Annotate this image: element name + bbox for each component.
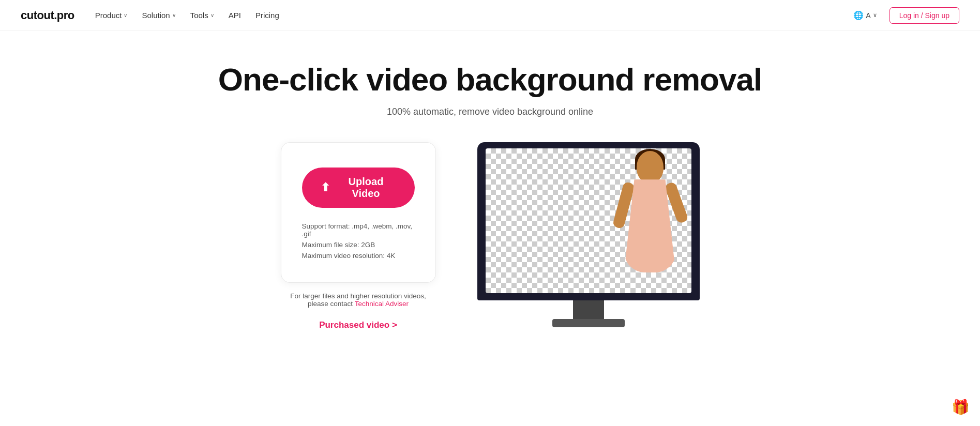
lang-icon: 🌐 <box>853 10 864 20</box>
tools-label: Tools <box>190 11 208 20</box>
navbar: cutout.pro Product ∨ Solution ∨ Tools ∨ … <box>0 0 980 31</box>
solution-chevron-icon: ∨ <box>172 12 176 18</box>
monitor-screen-outer <box>477 142 700 300</box>
head <box>637 151 664 183</box>
nav-right: 🌐 A ∨ Log in / Sign up <box>849 7 959 24</box>
nav-item-product[interactable]: Product ∨ <box>95 11 128 20</box>
hero-subtitle: 100% automatic, remove video background … <box>387 106 593 117</box>
tools-chevron-icon: ∨ <box>210 12 214 18</box>
left-section: ⬆ Upload Video Support format: .mp4, .we… <box>281 142 436 330</box>
person-figure <box>609 151 691 293</box>
login-button[interactable]: Log in / Sign up <box>889 7 959 24</box>
nav-item-tools[interactable]: Tools ∨ <box>190 11 214 20</box>
upload-button-label: Upload Video <box>336 176 396 200</box>
nav-item-api[interactable]: API <box>229 11 241 20</box>
monitor <box>477 142 700 327</box>
upload-video-button[interactable]: ⬆ Upload Video <box>302 168 415 208</box>
solution-label: Solution <box>142 11 170 20</box>
api-label: API <box>229 11 241 20</box>
purchased-video-link[interactable]: Purchased video > <box>319 320 397 330</box>
monitor-preview <box>477 142 700 327</box>
nav-item-solution[interactable]: Solution ∨ <box>142 11 175 20</box>
site-logo[interactable]: cutout.pro <box>21 9 74 22</box>
lang-label: A <box>866 11 870 20</box>
upload-card: ⬆ Upload Video Support format: .mp4, .we… <box>281 142 436 283</box>
monitor-stand-base <box>552 319 625 327</box>
technical-adviser-link[interactable]: Technical Adviser <box>355 300 409 308</box>
main-content: One-click video background removal 100% … <box>0 31 980 330</box>
size-info: Maximum file size: 2GB <box>302 241 415 249</box>
lang-chevron-icon: ∨ <box>873 12 877 19</box>
product-chevron-icon: ∨ <box>124 12 127 18</box>
monitor-screen <box>486 148 691 293</box>
language-switcher[interactable]: 🌐 A ∨ <box>849 8 881 22</box>
nav-links: Product ∨ Solution ∨ Tools ∨ API Pricing <box>95 11 850 20</box>
product-label: Product <box>95 11 122 20</box>
logo-text: cutout.pro <box>21 9 74 22</box>
content-row: ⬆ Upload Video Support format: .mp4, .we… <box>180 142 801 330</box>
upload-icon: ⬆ <box>321 181 330 194</box>
resolution-info: Maximum video resolution: 4K <box>302 252 415 260</box>
larger-files-note: For larger files and higher resolution v… <box>281 292 436 308</box>
format-info: Support format: .mp4, .webm, .mov, .gif <box>302 222 415 238</box>
pricing-label: Pricing <box>255 11 279 20</box>
upload-info: Support format: .mp4, .webm, .mov, .gif … <box>302 222 415 263</box>
monitor-stand-neck <box>573 300 604 319</box>
hero-title: One-click video background removal <box>218 62 762 97</box>
nav-item-pricing[interactable]: Pricing <box>255 11 279 20</box>
